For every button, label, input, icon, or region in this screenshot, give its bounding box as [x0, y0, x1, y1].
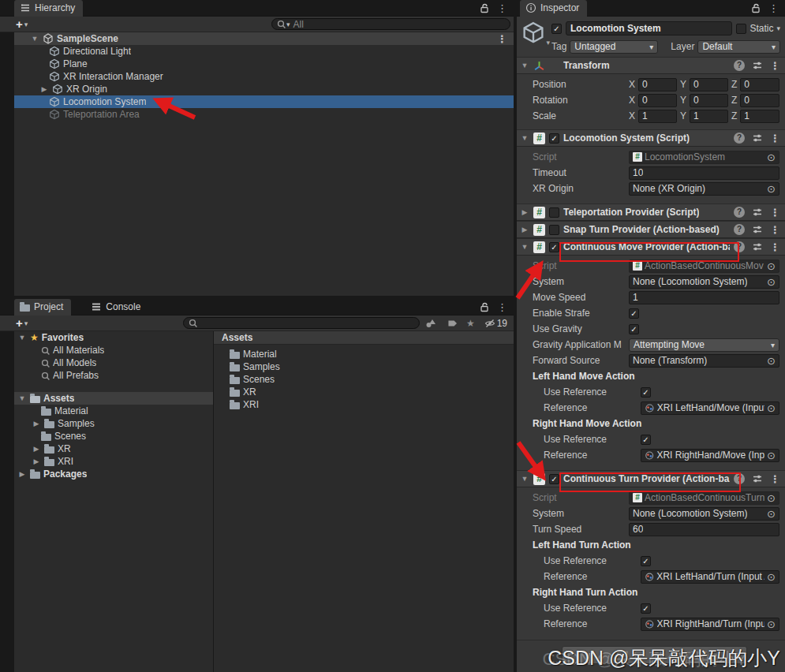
- system-field[interactable]: None (Locomotion System): [629, 275, 779, 289]
- static-checkbox[interactable]: [736, 24, 746, 34]
- static-caret-icon[interactable]: ▾: [776, 24, 780, 32]
- static-toggle[interactable]: Static ▾: [736, 23, 780, 34]
- rotation-z-field[interactable]: 0: [740, 94, 779, 107]
- foldout-icon[interactable]: [17, 470, 27, 478]
- hierarchy-row-plane[interactable]: Plane: [14, 58, 514, 70]
- rotation-x-field[interactable]: 0: [638, 94, 677, 107]
- help-icon[interactable]: [734, 241, 745, 252]
- help-icon[interactable]: [734, 473, 745, 484]
- object-picker-icon[interactable]: [767, 403, 776, 413]
- create-button[interactable]: +: [16, 317, 23, 329]
- foldout-icon[interactable]: [520, 62, 529, 69]
- foldout-icon[interactable]: [32, 420, 41, 427]
- tab-hierarchy[interactable]: Hierarchy: [14, 0, 83, 17]
- right-turn-reference-field[interactable]: XRI RightHand/Turn (Input: [641, 618, 779, 631]
- foldout-icon[interactable]: [520, 226, 529, 233]
- tree-folder-xr[interactable]: XR: [14, 442, 213, 455]
- foldout-icon[interactable]: [32, 457, 41, 465]
- position-x-field[interactable]: 0: [638, 78, 677, 91]
- create-caret-icon[interactable]: ▾: [24, 21, 28, 28]
- panel-menu-icon[interactable]: [497, 302, 507, 312]
- presets-icon[interactable]: [752, 133, 763, 144]
- object-picker-icon[interactable]: [767, 356, 776, 366]
- component-menu-icon[interactable]: [770, 207, 780, 218]
- component-enabled-checkbox[interactable]: [549, 133, 559, 144]
- use-reference-checkbox[interactable]: [641, 387, 651, 398]
- scene-menu-icon[interactable]: [497, 34, 514, 44]
- lock-icon[interactable]: [480, 3, 489, 13]
- rotation-y-field[interactable]: 0: [690, 94, 728, 107]
- hierarchy-row-samplescene[interactable]: SampleScene: [14, 32, 514, 45]
- hierarchy-row-xr-origin[interactable]: XR Origin: [14, 83, 514, 95]
- tab-inspector[interactable]: Inspector: [520, 0, 587, 17]
- move-speed-field[interactable]: 1: [629, 291, 779, 304]
- locomotion-system-header[interactable]: Locomotion System (Script): [517, 129, 785, 147]
- favorites-all-materials[interactable]: All Materials: [14, 344, 213, 357]
- tab-project[interactable]: Project: [14, 299, 71, 315]
- object-picker-icon[interactable]: [767, 277, 776, 287]
- component-enabled-checkbox[interactable]: [549, 242, 559, 252]
- forward-source-field[interactable]: None (Transform): [629, 354, 779, 368]
- foldout-icon[interactable]: [30, 35, 39, 43]
- presets-icon[interactable]: [752, 473, 763, 484]
- component-menu-icon[interactable]: [770, 242, 780, 252]
- panel-menu-icon[interactable]: [768, 3, 779, 13]
- project-search-input[interactable]: [183, 317, 420, 329]
- asset-item-scenes[interactable]: Scenes: [214, 373, 514, 386]
- component-enabled-checkbox[interactable]: [549, 225, 559, 235]
- component-menu-icon[interactable]: [770, 61, 780, 71]
- presets-icon[interactable]: [752, 60, 763, 71]
- object-picker-icon[interactable]: [767, 509, 776, 519]
- component-enabled-checkbox[interactable]: [549, 474, 559, 484]
- foldout-icon[interactable]: [39, 85, 49, 93]
- packages-row[interactable]: Packages: [14, 468, 213, 480]
- assets-root-row[interactable]: Assets: [14, 392, 213, 405]
- help-icon[interactable]: [734, 224, 745, 235]
- create-button[interactable]: +: [16, 18, 23, 30]
- foldout-icon[interactable]: [520, 243, 529, 251]
- scale-x-field[interactable]: 1: [638, 110, 677, 123]
- system-field[interactable]: None (Locomotion System): [629, 507, 779, 521]
- use-reference-checkbox[interactable]: [641, 556, 651, 566]
- continuous-turn-provider-header[interactable]: Continuous Turn Provider (Action-ba: [517, 470, 785, 487]
- asset-item-xri[interactable]: XRI: [214, 398, 514, 411]
- object-picker-icon[interactable]: [767, 572, 776, 582]
- presets-icon[interactable]: [752, 224, 763, 235]
- use-gravity-checkbox[interactable]: [629, 324, 639, 334]
- asset-item-samples[interactable]: Samples: [214, 360, 514, 373]
- tab-console[interactable]: Console: [85, 299, 148, 315]
- foldout-icon[interactable]: [520, 475, 529, 483]
- tree-folder-material[interactable]: Material: [14, 405, 213, 417]
- hierarchy-row-teleportation-area[interactable]: Teleportation Area: [14, 108, 514, 121]
- search-by-type-icon[interactable]: [425, 318, 436, 329]
- enable-strafe-checkbox[interactable]: [629, 308, 639, 319]
- position-y-field[interactable]: 0: [690, 78, 728, 91]
- foldout-icon[interactable]: [520, 134, 529, 142]
- right-move-reference-field[interactable]: XRI RightHand/Move (Inpu: [641, 449, 779, 462]
- xr-origin-field[interactable]: None (XR Origin): [629, 182, 779, 196]
- left-move-reference-field[interactable]: XRI LeftHand/Move (Input: [641, 401, 779, 415]
- lock-icon[interactable]: [480, 302, 489, 312]
- snap-turn-provider-header[interactable]: Snap Turn Provider (Action-based): [517, 221, 785, 238]
- component-enabled-checkbox[interactable]: [549, 207, 559, 218]
- scale-z-field[interactable]: 1: [740, 110, 779, 123]
- presets-icon[interactable]: [752, 241, 763, 252]
- foldout-icon[interactable]: [17, 334, 27, 342]
- object-picker-icon[interactable]: [767, 619, 776, 629]
- active-checkbox[interactable]: [551, 24, 562, 34]
- panel-menu-icon[interactable]: [497, 3, 507, 13]
- hierarchy-row-locomotion-system[interactable]: Locomotion System: [14, 95, 514, 108]
- add-component-button[interactable]: [562, 646, 747, 664]
- gameobject-name-field[interactable]: Locomotion System: [566, 21, 732, 35]
- hierarchy-search-input[interactable]: ▾ All: [271, 18, 510, 30]
- use-reference-checkbox[interactable]: [641, 603, 651, 614]
- help-icon[interactable]: [734, 133, 745, 144]
- transform-header[interactable]: Transform: [517, 57, 785, 74]
- asset-item-material[interactable]: Material: [214, 348, 514, 360]
- help-icon[interactable]: [734, 60, 745, 71]
- component-menu-icon[interactable]: [770, 225, 780, 235]
- position-z-field[interactable]: 0: [740, 78, 779, 91]
- hidden-packages-toggle[interactable]: 19: [484, 318, 507, 329]
- tag-dropdown[interactable]: Untagged: [570, 40, 658, 54]
- create-caret-icon[interactable]: ▾: [24, 319, 28, 327]
